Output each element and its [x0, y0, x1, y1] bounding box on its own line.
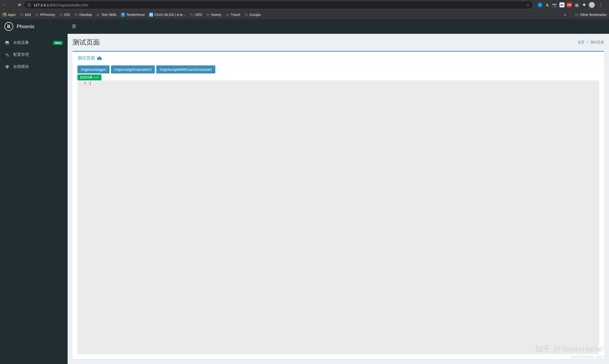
bookmark-label: TesterHome: [126, 13, 145, 17]
api-button-row: /regress/slogan/regress/get/repeater/3/r…: [78, 65, 599, 74]
database-icon: [5, 41, 10, 45]
bookmark-label: UED: [195, 13, 202, 17]
api-button[interactable]: /regress/getWithCache/repeater: [156, 65, 215, 74]
bookmark-label: Travel: [231, 13, 240, 17]
bookmark-item[interactable]: 🗀PPmoney: [35, 13, 55, 17]
app-container: R Phoenix 在线流量 New 配置管理 在线模块 ☰ 测试页面: [0, 19, 609, 364]
bookmark-label: lizhi: [25, 13, 31, 17]
back-button[interactable]: ←: [2, 2, 7, 8]
api-button[interactable]: /regress/slogan: [78, 65, 109, 74]
ext-icon-1[interactable]: ●: [537, 2, 542, 7]
bookmark-item[interactable]: 🗀Develop: [75, 13, 92, 17]
extensions-puzzle-icon[interactable]: ✦: [582, 2, 586, 7]
folder-icon: 🗀: [60, 13, 63, 17]
api-button[interactable]: /regress/get/repeater/3: [111, 65, 155, 74]
box-body: /regress/slogan/regress/get/repeater/3/r…: [73, 65, 604, 359]
bookmark-star-icon[interactable]: ☆: [526, 3, 530, 7]
page-header: 测试页面 首页 / 测试页面: [68, 34, 609, 51]
folder-icon: 🗀: [35, 13, 39, 17]
profile-avatar[interactable]: [589, 2, 595, 8]
logo-icon: R: [4, 22, 13, 31]
editor-content[interactable]: [89, 80, 599, 354]
code-editor[interactable]: 1: [78, 80, 599, 354]
bookmark-item[interactable]: 🗀Test Skills: [96, 13, 116, 17]
browser-chrome: ← → ⟳ i 127.0.0.1:8001/regress/index.htm…: [0, 0, 609, 19]
box-title: 测试页面: [78, 55, 599, 61]
bookmark-item[interactable]: 🗀UED: [190, 13, 202, 17]
editor-gutter: 1: [78, 80, 89, 354]
folder-icon: 🗀: [207, 13, 210, 17]
menu-item-config[interactable]: 配置管理: [0, 49, 68, 61]
folder-icon: 🗀: [245, 13, 248, 17]
bookmark-label: Gunpla: [250, 13, 261, 17]
favicon-icon: T: [121, 13, 125, 17]
bookmark-separator: [570, 12, 570, 17]
bookmark-label: CHJ's BLOG | A te...: [155, 13, 185, 17]
menu-label: 在线模块: [13, 64, 29, 69]
bookmark-item[interactable]: 🗀Gunpla: [245, 13, 261, 17]
bookmark-overflow-icon[interactable]: »: [564, 13, 566, 17]
breadcrumb-current: 测试页面: [590, 40, 604, 44]
forward-button[interactable]: →: [10, 2, 15, 8]
box-header: 测试页面: [73, 52, 604, 65]
bookmark-item[interactable]: TTesterHome: [121, 13, 145, 17]
breadcrumb-separator: /: [587, 40, 588, 44]
new-badge: New: [53, 41, 63, 45]
folder-icon: 🗀: [96, 13, 100, 17]
text-cursor: [90, 81, 91, 85]
top-navbar: ☰: [68, 19, 609, 34]
result-tag: 返回结果</>: [78, 75, 102, 80]
gears-icon: [5, 53, 10, 57]
sidebar-menu: 在线流量 New 配置管理 在线模块: [0, 34, 68, 76]
content-box: 测试页面 /regress/slogan/regress/get/repeate…: [73, 51, 604, 359]
badge-01-icon[interactable]: 01: [559, 2, 564, 7]
bookmark-label: iOS: [65, 13, 70, 17]
qr-icon[interactable]: ▦: [574, 2, 579, 7]
site-info-icon[interactable]: i: [27, 3, 31, 7]
bookmark-label: PPmoney: [40, 13, 55, 17]
breadcrumb-home-link[interactable]: 首页: [578, 40, 584, 44]
bookmark-item[interactable]: CICHJ's BLOG | A te...: [149, 13, 185, 17]
menu-item-traffic[interactable]: 在线流量 New: [0, 37, 68, 49]
bookmark-item[interactable]: 🗀Travel: [226, 13, 240, 17]
sidebar: R Phoenix 在线流量 New 配置管理 在线模块: [0, 19, 68, 364]
folder-icon: 🗀: [190, 13, 193, 17]
sidebar-header: R Phoenix: [0, 19, 68, 34]
svg-point-1: [6, 54, 7, 55]
bookmark-item[interactable]: 🗀lizhi: [20, 13, 31, 17]
browser-menu-icon[interactable]: ⋮: [597, 2, 605, 8]
favicon-icon: CI: [149, 13, 153, 17]
svg-point-2: [8, 55, 9, 56]
menu-label: 配置管理: [13, 52, 29, 57]
hamburger-icon[interactable]: ☰: [72, 24, 76, 29]
abp-icon[interactable]: ABP: [567, 2, 572, 7]
apps-grid-icon: [2, 13, 6, 17]
reload-button[interactable]: ⟳: [18, 3, 21, 7]
menu-label: 在线流量: [13, 40, 29, 45]
line-number: 1: [78, 81, 86, 85]
apps-button[interactable]: Apps: [2, 13, 16, 17]
bookmark-bar: Apps 🗀lizhi🗀PPmoney🗀iOS🗀Develop🗀Test Ski…: [0, 10, 609, 19]
url-text: 127.0.0.1:8001/regress/index.htm: [34, 3, 89, 7]
android-icon[interactable]: ♞: [545, 2, 550, 7]
menu-item-module[interactable]: 在线模块: [0, 61, 68, 73]
code-brackets-icon: </>: [94, 76, 99, 79]
folder-icon: 🗀: [226, 13, 229, 17]
main-area: ☰ 测试页面 首页 / 测试页面 测试页面 /regress/slogan/re…: [68, 19, 609, 364]
bookmark-item[interactable]: 🗀history: [207, 13, 221, 17]
folder-icon: 🗀: [575, 13, 578, 17]
folder-icon: 🗀: [20, 13, 24, 17]
other-bookmarks[interactable]: 🗀 Other Bookmarks: [575, 13, 607, 17]
breadcrumb: 首页 / 测试页面: [578, 40, 604, 45]
bookmark-label: Develop: [79, 13, 92, 17]
extension-icons: ● ♞ 📷 01 ABP ▦ ✦ ⋮: [535, 2, 607, 8]
camera-icon[interactable]: 📷: [552, 2, 557, 7]
browser-toolbar: ← → ⟳ i 127.0.0.1:8001/regress/index.htm…: [0, 0, 609, 10]
bookmark-label: history: [211, 13, 221, 17]
cloud-icon: [97, 56, 102, 60]
address-bar[interactable]: i 127.0.0.1:8001/regress/index.htm ☆: [24, 1, 532, 9]
brand-name: Phoenix: [17, 24, 34, 29]
folder-icon: 🗀: [75, 13, 78, 17]
bookmark-item[interactable]: 🗀iOS: [60, 13, 70, 17]
heartbeat-icon: [5, 65, 10, 69]
